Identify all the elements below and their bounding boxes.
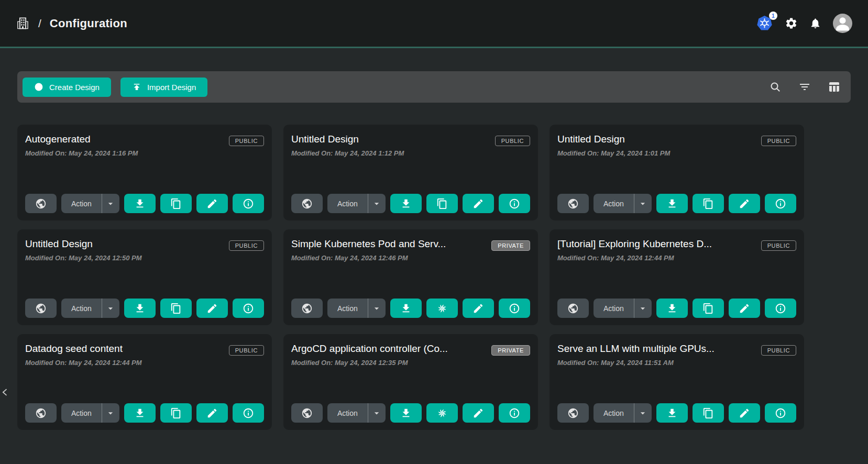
action-split-button[interactable]: Action	[61, 403, 119, 423]
edit-button[interactable]	[729, 194, 760, 213]
action-split-button[interactable]: Action	[327, 403, 386, 423]
info-button[interactable]	[233, 194, 264, 213]
clone-button[interactable]	[426, 194, 458, 213]
notifications-bell-icon[interactable]	[809, 17, 821, 29]
edit-pencil-icon	[739, 198, 750, 209]
action-dropdown-caret[interactable]	[368, 299, 386, 318]
visibility-globe-button[interactable]	[25, 194, 57, 213]
visibility-globe-button[interactable]	[557, 403, 589, 423]
info-button[interactable]	[233, 403, 264, 423]
action-dropdown-caret[interactable]	[634, 194, 652, 213]
import-design-button[interactable]: Import Design	[120, 78, 207, 97]
download-button[interactable]	[124, 403, 156, 423]
info-button[interactable]	[765, 194, 796, 213]
edit-button[interactable]	[196, 403, 228, 423]
action-dropdown-caret[interactable]	[634, 299, 652, 318]
info-icon	[509, 198, 520, 209]
action-split-button[interactable]: Action	[61, 194, 119, 213]
settings-gear-icon[interactable]	[785, 17, 798, 30]
action-button-label[interactable]: Action	[327, 194, 368, 213]
design-grid: Autogenerated Modified On: May 24, 2024 …	[17, 125, 851, 430]
globe-icon	[301, 303, 313, 314]
meshery-design-icon	[436, 407, 448, 419]
breadcrumb: / Configuration	[16, 16, 127, 30]
action-dropdown-caret[interactable]	[368, 194, 386, 213]
copy-icon	[170, 407, 182, 419]
user-avatar[interactable]	[833, 14, 852, 33]
info-button[interactable]	[499, 194, 530, 213]
action-dropdown-caret[interactable]	[634, 403, 652, 423]
action-button-label[interactable]: Action	[61, 403, 102, 423]
visibility-globe-button[interactable]	[291, 403, 323, 423]
clone-button[interactable]	[693, 194, 724, 213]
card-header: Untitled Design Modified On: May 24, 202…	[291, 134, 530, 157]
clone-button[interactable]	[160, 403, 192, 423]
clone-button[interactable]	[693, 299, 724, 318]
download-button[interactable]	[656, 194, 688, 213]
edit-button[interactable]	[463, 299, 494, 318]
clone-button[interactable]	[693, 403, 724, 423]
action-button-label[interactable]: Action	[594, 299, 634, 318]
info-button[interactable]	[233, 299, 264, 318]
action-button-label[interactable]: Action	[327, 299, 368, 318]
clone-button[interactable]	[160, 194, 192, 213]
table-view-icon[interactable]	[828, 81, 840, 93]
visibility-globe-button[interactable]	[25, 403, 57, 423]
search-icon[interactable]	[769, 81, 782, 93]
visibility-globe-button[interactable]	[291, 194, 323, 213]
action-split-button[interactable]: Action	[594, 194, 652, 213]
create-design-button[interactable]: Create Design	[23, 78, 111, 97]
download-button[interactable]	[390, 299, 422, 318]
design-card: Untitled Design Modified On: May 24, 202…	[283, 125, 538, 220]
clone-button[interactable]	[426, 299, 458, 318]
clone-button[interactable]	[426, 403, 458, 423]
edit-button[interactable]	[196, 194, 228, 213]
info-button[interactable]	[499, 403, 530, 423]
edit-button[interactable]	[729, 299, 760, 318]
visibility-globe-button[interactable]	[557, 299, 589, 318]
edit-button[interactable]	[729, 403, 760, 423]
visibility-globe-button[interactable]	[557, 194, 589, 213]
edit-button[interactable]	[196, 299, 228, 318]
download-button[interactable]	[124, 194, 156, 213]
action-split-button[interactable]: Action	[327, 299, 386, 318]
organization-building-icon[interactable]	[16, 16, 30, 30]
action-button-label[interactable]: Action	[327, 403, 368, 423]
download-button[interactable]	[390, 403, 422, 423]
edit-pencil-icon	[739, 303, 750, 314]
action-dropdown-caret[interactable]	[368, 403, 386, 423]
edit-button[interactable]	[463, 403, 494, 423]
kubernetes-context-button[interactable]: 1	[756, 15, 773, 32]
info-button[interactable]	[499, 299, 530, 318]
visibility-globe-button[interactable]	[25, 299, 57, 318]
breadcrumb-separator: /	[38, 17, 41, 30]
caret-down-icon	[105, 303, 116, 314]
action-split-button[interactable]: Action	[594, 403, 652, 423]
edit-button[interactable]	[463, 194, 494, 213]
download-button[interactable]	[656, 299, 688, 318]
design-modified-date: Modified On: May 24, 2024 12:46 PM	[291, 254, 446, 262]
design-title: Untitled Design	[291, 134, 404, 145]
action-dropdown-caret[interactable]	[102, 194, 119, 213]
design-modified-date: Modified On: May 24, 2024 12:35 PM	[291, 359, 448, 367]
action-dropdown-caret[interactable]	[102, 299, 119, 318]
visibility-globe-button[interactable]	[291, 299, 323, 318]
action-split-button[interactable]: Action	[61, 299, 119, 318]
action-button-label[interactable]: Action	[61, 299, 102, 318]
action-button-label[interactable]: Action	[594, 403, 634, 423]
download-button[interactable]	[656, 403, 688, 423]
action-split-button[interactable]: Action	[327, 194, 386, 213]
download-button[interactable]	[124, 299, 156, 318]
action-dropdown-caret[interactable]	[102, 403, 119, 423]
info-button[interactable]	[765, 299, 796, 318]
action-split-button[interactable]: Action	[594, 299, 652, 318]
filter-icon[interactable]	[798, 81, 811, 93]
action-button-label[interactable]: Action	[61, 194, 102, 213]
person-icon	[833, 14, 852, 33]
download-button[interactable]	[390, 194, 422, 213]
caret-down-icon	[105, 408, 116, 418]
clone-button[interactable]	[160, 299, 192, 318]
drawer-collapse-chevron[interactable]	[0, 383, 12, 401]
action-button-label[interactable]: Action	[594, 194, 634, 213]
info-button[interactable]	[765, 403, 796, 423]
